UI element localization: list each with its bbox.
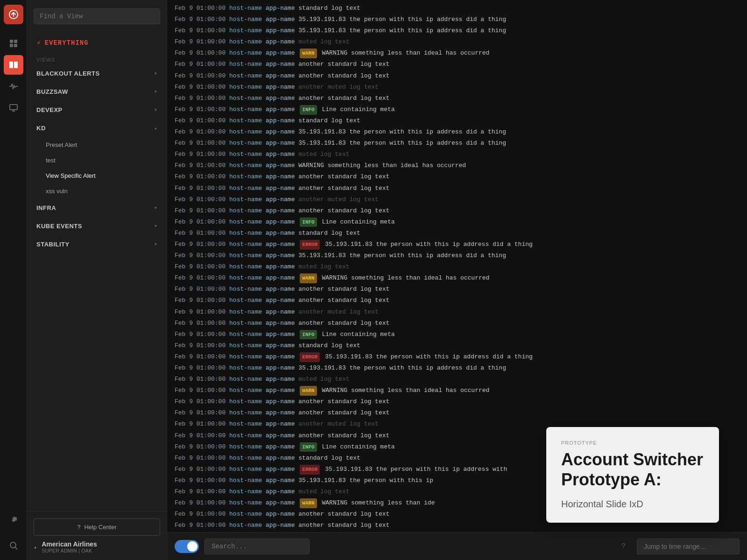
sidebar-top [27, 0, 167, 33]
sidebar-item-stability[interactable]: STABILITY ▾ [27, 235, 167, 253]
nav-pulse-icon[interactable] [4, 77, 23, 96]
log-app: app-name [266, 342, 295, 349]
svg-rect-5 [9, 62, 13, 68]
log-host: host-name [229, 16, 262, 23]
sidebar-content: ⚡ EVERYTHING VIEWS BLACKOUT ALERTS ▾ BUZ… [27, 33, 167, 511]
log-line: Feb 9 01:00:00 host-name app-name WARNIN… [167, 160, 747, 171]
log-host: host-name [229, 297, 262, 304]
time-range-input[interactable] [637, 539, 740, 554]
sidebar-item-kd[interactable]: KD ▴ [27, 119, 167, 137]
log-timestamp: Feb 9 01:00:00 [175, 196, 226, 203]
log-host: host-name [229, 117, 262, 124]
everything-row[interactable]: ⚡ EVERYTHING [27, 33, 167, 53]
sidebar-item-preset-alert[interactable]: Preset Alert [41, 137, 167, 153]
log-app: app-name [266, 95, 295, 102]
account-switcher[interactable]: ▴ American Airlines SUPER ADMIN | OAK [34, 536, 160, 553]
log-host: host-name [229, 511, 262, 518]
log-text: Line containing meta [322, 443, 395, 450]
log-line: Feb 9 01:00:00 host-name app-name 35.193… [167, 363, 747, 374]
log-app: app-name [266, 466, 295, 473]
log-host: host-name [229, 49, 262, 56]
log-search-input[interactable] [204, 539, 310, 554]
log-line: Feb 9 01:00:00 host-name app-name INFO L… [167, 217, 747, 228]
sidebar-item-test[interactable]: test [41, 153, 167, 168]
sidebar: ⚡ EVERYTHING VIEWS BLACKOUT ALERTS ▾ BUZ… [27, 0, 167, 560]
sidebar-item-devexp[interactable]: DEVEXP ▾ [27, 101, 167, 119]
nav-monitor-icon[interactable] [4, 98, 23, 118]
sidebar-item-view-specific-alert[interactable]: View Specific Alert [41, 168, 167, 183]
log-timestamp: Feb 9 01:00:00 [175, 263, 226, 270]
log-line: Feb 9 01:00:00 host-name app-name anothe… [167, 307, 747, 318]
log-timestamp: Feb 9 01:00:00 [175, 364, 226, 371]
log-app: app-name [266, 196, 295, 203]
stability-chevron: ▾ [154, 241, 157, 248]
log-host: host-name [229, 432, 262, 439]
log-text: another standard log text [298, 95, 389, 102]
log-host: host-name [229, 151, 262, 158]
account-name: American Airlines [42, 540, 160, 548]
log-timestamp: Feb 9 01:00:00 [175, 297, 226, 304]
help-center-button[interactable]: ? Help Center [34, 518, 160, 536]
app-logo-icon[interactable] [4, 5, 23, 24]
svg-rect-6 [14, 62, 18, 68]
log-app: app-name [266, 162, 295, 169]
log-host: host-name [229, 499, 262, 506]
log-text: another standard log text [298, 511, 389, 518]
log-app: app-name [266, 522, 295, 529]
log-timestamp: Feb 9 01:00:00 [175, 16, 226, 23]
sidebar-item-blackout-alerts[interactable]: BLACKOUT ALERTS ▾ [27, 64, 167, 83]
log-line: Feb 9 01:00:00 host-name app-name anothe… [167, 183, 747, 194]
info-badge: INFO [300, 217, 317, 227]
log-app: app-name [266, 499, 295, 506]
log-text: standard log text [298, 342, 360, 349]
log-line: Feb 9 01:00:00 host-name app-name muted … [167, 374, 747, 385]
log-text: another muted log text [298, 420, 379, 427]
log-line: Feb 9 01:00:00 host-name app-name 35.193… [167, 126, 747, 138]
views-section-label: VIEWS [27, 53, 167, 64]
log-host: host-name [229, 106, 262, 113]
log-line: Feb 9 01:00:00 host-name app-name WARN W… [167, 385, 747, 396]
blackout-alerts-label: BLACKOUT ALERTS [36, 70, 100, 77]
log-text: muted log text [298, 38, 349, 45]
log-host: host-name [229, 409, 262, 416]
log-timestamp: Feb 9 01:00:00 [175, 420, 226, 427]
log-timestamp: Feb 9 01:00:00 [175, 84, 226, 91]
log-host: host-name [229, 185, 262, 192]
log-line: Feb 9 01:00:00 host-name app-name muted … [167, 261, 747, 273]
sidebar-item-infra[interactable]: INFRA ▾ [27, 199, 167, 217]
log-host: host-name [229, 331, 262, 338]
sidebar-item-buzzsaw[interactable]: BUZZSAW ▾ [27, 83, 167, 101]
log-text: another muted log text [298, 196, 379, 203]
log-line: Feb 9 01:00:00 host-name app-name 35.193… [167, 25, 747, 36]
nav-settings-icon[interactable] [4, 511, 23, 530]
theme-toggle[interactable] [175, 540, 199, 553]
log-timestamp: Feb 9 01:00:00 [175, 274, 226, 281]
toggle-knob [187, 541, 197, 552]
log-host: host-name [229, 95, 262, 102]
sidebar-item-xss-vuln[interactable]: xss vuln [41, 183, 167, 199]
log-text: 35.193.191.83 the person with this ip ad… [298, 27, 506, 34]
find-view-input[interactable] [34, 8, 160, 24]
nav-panels-icon[interactable] [4, 55, 23, 75]
log-app: app-name [266, 420, 295, 427]
log-line: Feb 9 01:00:00 host-name app-name anothe… [167, 396, 747, 407]
nav-home-icon[interactable] [4, 34, 23, 53]
bottom-bar: ? [167, 532, 747, 560]
nav-search-icon[interactable] [4, 536, 23, 555]
kd-sub-items: Preset Alert test View Specific Alert xs… [27, 137, 167, 199]
log-timestamp: Feb 9 01:00:00 [175, 173, 226, 180]
info-badge: INFO [300, 330, 317, 340]
log-app: app-name [266, 151, 295, 158]
log-timestamp: Feb 9 01:00:00 [175, 106, 226, 113]
log-app: app-name [266, 27, 295, 34]
search-help-icon[interactable]: ? [621, 542, 626, 551]
log-host: host-name [229, 140, 262, 147]
log-text: muted log text [298, 263, 349, 270]
log-text: muted log text [298, 151, 349, 158]
sidebar-item-kube-events[interactable]: KUBE EVENTS ▾ [27, 217, 167, 235]
log-app: app-name [266, 455, 295, 462]
error-badge: ERROR [300, 240, 320, 250]
log-host: host-name [229, 420, 262, 427]
log-text: another standard log text [298, 432, 389, 439]
lightning-icon: ⚡ [36, 38, 41, 48]
